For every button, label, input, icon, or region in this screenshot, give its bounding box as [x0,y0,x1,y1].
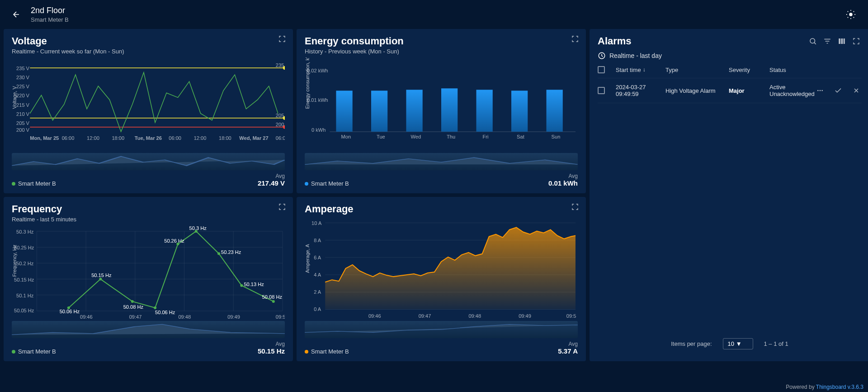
frequency-title: Frequency [12,203,285,215]
svg-text:215 V: 215 V [16,102,30,108]
svg-rect-43 [371,91,387,132]
page-size-select[interactable]: 10 ▼ [723,338,753,349]
svg-text:50.13 Hz: 50.13 Hz [244,282,264,287]
row-checkbox[interactable] [598,87,605,94]
svg-text:50.3 Hz: 50.3 Hz [16,229,34,234]
svg-text:10 A: 10 A [311,220,322,226]
more-button[interactable] [815,85,826,96]
search-icon [809,37,817,45]
legend-dot-blue [305,182,308,186]
svg-text:18:00: 18:00 [219,135,231,141]
col-type[interactable]: Type [665,67,729,73]
col-start[interactable]: Start time↓ [616,67,665,73]
svg-text:205 V: 205 V [276,113,285,118]
svg-text:50.2 Hz: 50.2 Hz [16,261,34,266]
svg-text:50.08 Hz: 50.08 Hz [123,304,144,310]
cell-type: High Voltage Alarm [665,87,729,94]
svg-rect-63 [844,38,845,44]
fullscreen-icon [571,203,579,210]
frequency-scrubber[interactable] [12,321,285,338]
svg-text:200 V: 200 V [276,122,285,127]
svg-point-97 [272,300,275,303]
amperage-chart[interactable]: Amperage, A 10 A 8 A 6 A 4 A 2 A 0 A [305,218,578,319]
col-severity[interactable]: Severity [729,67,769,73]
svg-point-95 [217,252,220,255]
energy-legend[interactable]: Smart Meter B [305,180,349,187]
select-all-checkbox[interactable] [598,66,605,73]
thingsboard-link[interactable]: Thingsboard v.3.6.3 [816,384,863,390]
svg-rect-42 [336,91,352,132]
ack-button[interactable] [833,85,844,96]
pagination-label: Items per page: [671,340,712,347]
svg-line-4 [854,17,854,18]
legend-dot-green [12,182,15,186]
svg-text:50.3 Hz: 50.3 Hz [189,225,207,231]
fullscreen-button[interactable] [570,33,580,44]
svg-text:Tue: Tue [377,134,385,139]
table-row[interactable]: 2024-03-27 09:49:59 High Voltage Alarm M… [598,78,862,103]
svg-rect-46 [476,90,493,132]
fullscreen-icon [278,35,286,43]
voltage-scrubber[interactable] [12,153,285,170]
svg-text:09:46: 09:46 [368,313,381,319]
svg-text:Mon: Mon [341,134,351,139]
fullscreen-button[interactable] [570,201,580,212]
svg-text:0.02 kWh: 0.02 kWh [307,68,328,73]
filter-icon [823,37,831,45]
amperage-legend[interactable]: Smart Meter B [305,348,349,355]
alarms-subtitle: Realtime - last day [598,52,862,60]
svg-text:0.01 kWh: 0.01 kWh [307,97,328,103]
energy-scrubber[interactable] [305,153,578,170]
voltage-avg-label: Avg [258,173,285,179]
svg-text:235 V: 235 V [276,62,285,68]
frequency-avg-value: 50.15 Hz [258,347,285,355]
sun-icon [846,10,856,19]
svg-text:50.06 Hz: 50.06 Hz [155,310,175,315]
clock-icon [598,52,606,60]
alarms-card: Alarms Realtime - last day Start time↓ T… [590,29,868,361]
svg-text:4 A: 4 A [314,272,321,277]
svg-text:235 V: 235 V [16,66,30,71]
svg-text:06:00: 06:00 [62,135,75,141]
amperage-scrubber[interactable] [305,321,578,338]
energy-card: Energy consumption History - Previous we… [297,29,586,193]
svg-rect-61 [839,38,840,44]
frequency-chart[interactable]: Frequency, Hz 50.3 Hz 50.25 Hz 50.2 Hz 5… [12,225,285,319]
svg-text:6 A: 6 A [314,255,321,260]
svg-rect-48 [547,90,563,132]
theme-toggle-button[interactable] [843,6,859,23]
svg-point-90 [99,278,102,281]
svg-point-65 [817,90,819,91]
fullscreen-button[interactable] [277,33,288,44]
svg-text:50.15 Hz: 50.15 Hz [14,277,34,282]
pagination: Items per page: 10 ▼ 1 – 1 of 1 [598,333,862,355]
powered-by: Powered by Thingsboard v.3.6.3 [786,384,863,390]
search-button[interactable] [807,36,818,47]
energy-avg-value: 0.01 kWh [548,179,578,187]
columns-icon [838,37,846,45]
columns-button[interactable] [836,36,847,47]
voltage-chart[interactable]: Voltage, V 235 V 205 V 200 V 235 V 230 V… [12,57,285,151]
svg-text:09:47: 09:47 [129,314,142,319]
back-button[interactable] [9,7,24,22]
svg-text:Mon, Mar 25: Mon, Mar 25 [30,135,59,141]
svg-text:09:48: 09:48 [178,314,191,319]
fullscreen-button[interactable] [851,36,862,47]
svg-point-66 [819,90,821,91]
energy-chart[interactable]: Energy consumption, kWh 0.02 kWh 0.01 kW… [305,57,578,151]
frequency-sub: Realtime - last 5 minutes [12,216,285,223]
frequency-legend[interactable]: Smart Meter B [12,348,56,355]
svg-text:Wed: Wed [411,134,421,139]
svg-text:50.23 Hz: 50.23 Hz [221,249,241,255]
svg-point-0 [849,13,852,16]
arrow-left-icon [12,10,21,19]
fullscreen-icon [853,38,860,45]
alarms-title: Alarms [598,35,632,47]
col-status[interactable]: Status [769,67,807,73]
fullscreen-button[interactable] [277,201,288,212]
filter-button[interactable] [822,36,833,47]
voltage-legend[interactable]: Smart Meter B [12,180,56,187]
clear-button[interactable] [851,85,862,96]
svg-text:50.15 Hz: 50.15 Hz [91,272,112,278]
svg-text:12:00: 12:00 [194,135,207,141]
